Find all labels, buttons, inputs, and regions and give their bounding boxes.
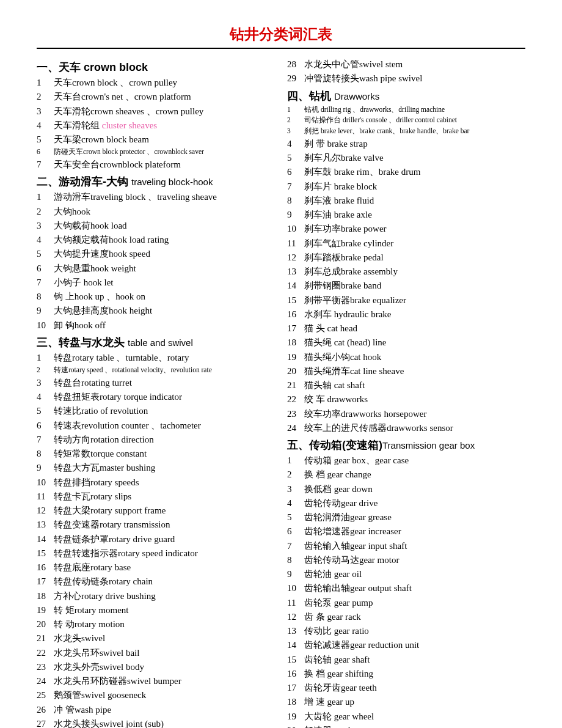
item-number: 16 bbox=[37, 561, 54, 575]
list-item: 29冲管旋转接头wash pipe swivel bbox=[287, 72, 525, 86]
list-item: 17转盘传动链条rotary chain bbox=[37, 575, 275, 589]
item-number: 15 bbox=[37, 546, 54, 561]
list-item: 21猫头轴 cat shaft bbox=[287, 378, 525, 392]
item-number: 4 bbox=[37, 390, 54, 404]
list-item: 5转速比ratio of revolution bbox=[37, 404, 275, 418]
item-number: 7 bbox=[287, 539, 304, 553]
list-item: 12齿 条 gear rack bbox=[287, 610, 525, 624]
list-item: 10转盘排挡rotary speeds bbox=[37, 476, 275, 490]
section-header: 二、游动滑车-大钩 traveling block-hook bbox=[37, 174, 275, 189]
item-number: 10 bbox=[37, 476, 54, 490]
item-text: 换 档 gear change bbox=[304, 468, 525, 482]
item-text: 绞车功率drawworks horsepower bbox=[304, 407, 525, 421]
list-item: 11刹车气缸brake cylinder bbox=[287, 237, 525, 251]
item-number: 2 bbox=[37, 90, 54, 104]
item-number: 20 bbox=[287, 364, 304, 378]
item-text: 刹车油 brake axle bbox=[304, 208, 525, 222]
list-item: 24绞车上的进尺传感器drawworks sensor bbox=[287, 421, 525, 435]
item-number: 19 bbox=[37, 603, 54, 617]
item-number: 18 bbox=[37, 589, 54, 603]
list-item: 5天车梁crown block beam bbox=[37, 133, 275, 147]
list-item: 23绞车功率drawworks horsepower bbox=[287, 407, 525, 421]
item-number: 5 bbox=[37, 404, 54, 418]
item-text: 刹把 brake lever、brake crank、brake handle、… bbox=[304, 126, 525, 137]
item-text: 转盘大梁rotary support frame bbox=[54, 504, 275, 518]
item-text: 转盘转速指示器rotary speed indicator bbox=[54, 546, 275, 561]
item-number: 4 bbox=[287, 137, 304, 151]
item-text: 水龙头外壳swivel body bbox=[54, 660, 275, 674]
section-subtitle: Drawworks bbox=[334, 91, 379, 101]
list-item: 7齿轮输入轴gear input shaft bbox=[287, 539, 525, 553]
item-text: 齿轮减速器gear reduction unit bbox=[304, 638, 525, 652]
list-item: 26冲 管wash pipe bbox=[37, 703, 275, 717]
item-text: 猫头绳小钩cat hook bbox=[304, 350, 525, 364]
item-number: 6 bbox=[287, 524, 304, 539]
item-text: 钻机 drilling rig 、drawworks、drilling mach… bbox=[304, 105, 525, 116]
list-item: 6齿轮增速器gear increaser bbox=[287, 524, 525, 539]
item-text: 大齿轮 gear wheel bbox=[304, 710, 525, 724]
list-item: 17齿轮牙齿gear teeth bbox=[287, 681, 525, 695]
list-item: 15转盘转速指示器rotary speed indicator bbox=[37, 546, 275, 561]
list-item: 20转 动rotary motion bbox=[37, 617, 275, 631]
list-item: 23水龙头外壳swivel body bbox=[37, 660, 275, 674]
item-number: 27 bbox=[37, 717, 54, 728]
item-number: 10 bbox=[287, 581, 304, 595]
item-text: 大钩悬重hook weight bbox=[54, 262, 275, 276]
list-item: 11转盘卡瓦rotary slips bbox=[37, 490, 275, 504]
item-number: 15 bbox=[287, 653, 304, 667]
item-number: 1 bbox=[287, 105, 304, 116]
item-text: 转盘排挡rotary speeds bbox=[54, 476, 275, 490]
list-item: 13传动比 gear ratio bbox=[287, 624, 525, 638]
item-text: 转盘链条护罩rotary drive guard bbox=[54, 532, 275, 546]
item-number: 12 bbox=[287, 610, 304, 624]
item-text: 卸 钩hook off bbox=[54, 318, 275, 333]
list-item: 9转盘大方瓦master bushing bbox=[37, 461, 275, 475]
item-number: 17 bbox=[37, 575, 54, 589]
list-item: 9齿轮油 gear oil bbox=[287, 567, 525, 581]
document-title: 钻井分类词汇表 bbox=[37, 24, 525, 49]
item-number: 12 bbox=[287, 251, 304, 265]
item-text: 转盘rotary table 、turntable、rotary bbox=[54, 351, 275, 365]
section-subtitle: traveling block-hook bbox=[131, 177, 213, 187]
item-text: 齿轮输入轴gear input shaft bbox=[304, 539, 525, 553]
item-number: 16 bbox=[287, 307, 304, 322]
list-item: 14刹带钢圈brake band bbox=[287, 279, 525, 293]
item-text: 小钩子 hook let bbox=[54, 276, 275, 290]
list-item: 6转速表revolution counter 、tachometer bbox=[37, 419, 275, 433]
list-item: 7天车安全台crownblock plateform bbox=[37, 158, 275, 172]
item-text: 大钩额定载荷hook load rating bbox=[54, 233, 275, 247]
item-number: 6 bbox=[37, 147, 54, 158]
list-item: 1传动箱 gear box、gear case bbox=[287, 454, 525, 468]
list-item: 5刹车凡尔brake valve bbox=[287, 151, 525, 165]
item-text: 天车台crown's net 、crown platform bbox=[54, 90, 275, 104]
item-text: 齿轮增速器gear increaser bbox=[304, 524, 525, 539]
item-number: 7 bbox=[37, 433, 54, 447]
list-item: 2司钻操作台 driller's console 、driller contro… bbox=[287, 115, 525, 126]
item-number: 18 bbox=[287, 695, 304, 709]
list-item: 4刹 带 brake strap bbox=[287, 137, 525, 151]
item-number: 2 bbox=[37, 205, 54, 219]
item-text: 大钩hook bbox=[54, 205, 275, 219]
list-item: 16换 档 gear shifting bbox=[287, 667, 525, 681]
list-item: 18方补心rotary drive bushing bbox=[37, 589, 275, 603]
item-number: 18 bbox=[287, 336, 304, 350]
list-item: 4大钩额定载荷hook load rating bbox=[37, 233, 275, 247]
item-number: 21 bbox=[287, 378, 304, 392]
item-text: 转速表revolution counter 、tachometer bbox=[54, 419, 275, 433]
list-item: 13刹车总成brake assembly bbox=[287, 265, 525, 279]
list-item: 16转盘底座rotary base bbox=[37, 561, 275, 575]
item-number: 15 bbox=[287, 293, 304, 307]
item-text: 刹车凡尔brake valve bbox=[304, 151, 525, 165]
item-text: 猫头绳 cat (head) line bbox=[304, 336, 525, 350]
item-number: 5 bbox=[287, 151, 304, 165]
item-text: 方补心rotary drive bushing bbox=[54, 589, 275, 603]
item-text: 猫 头 cat head bbox=[304, 322, 525, 336]
section-header: 一、天车 crown block bbox=[37, 60, 275, 75]
item-text: 大钩载荷hook load bbox=[54, 219, 275, 233]
list-item: 22绞 车 drawworks bbox=[287, 392, 525, 406]
item-number: 23 bbox=[287, 407, 304, 421]
item-number: 13 bbox=[37, 518, 54, 532]
item-text: 水龙头吊环防碰器swivel bumper bbox=[54, 674, 275, 688]
list-item: 3转盘台rotating turret bbox=[37, 376, 275, 390]
item-number: 17 bbox=[287, 681, 304, 695]
